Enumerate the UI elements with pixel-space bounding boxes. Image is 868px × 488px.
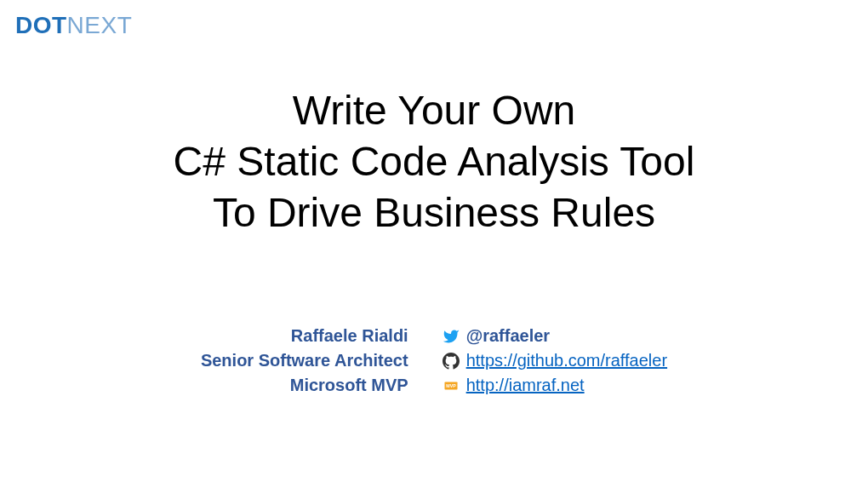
github-link[interactable]: https://github.com/raffaeler	[466, 348, 667, 373]
title-line-2: C# Static Code Analysis Tool	[0, 136, 868, 187]
logo: DOTNEXT	[15, 12, 132, 39]
credits-left: Raffaele Rialdi Senior Software Architec…	[201, 324, 408, 398]
website-link[interactable]: http://iamraf.net	[466, 373, 585, 398]
credits-block: Raffaele Rialdi Senior Software Architec…	[0, 324, 868, 398]
website-row: MVP http://iamraf.net	[443, 373, 667, 398]
title-line-3: To Drive Business Rules	[0, 187, 868, 238]
mvp-icon: MVP	[443, 377, 460, 394]
logo-next: NEXT	[67, 12, 133, 38]
twitter-icon	[443, 328, 460, 345]
github-icon	[443, 353, 460, 370]
slide-title: Write Your Own C# Static Code Analysis T…	[0, 85, 868, 238]
author-award: Microsoft MVP	[201, 373, 408, 398]
twitter-row: @raffaeler	[443, 324, 667, 348]
author-name: Raffaele Rialdi	[201, 324, 408, 348]
author-role: Senior Software Architect	[201, 348, 408, 373]
twitter-handle: @raffaeler	[466, 324, 550, 348]
github-row: https://github.com/raffaeler	[443, 348, 667, 373]
title-line-1: Write Your Own	[0, 85, 868, 136]
svg-text:MVP: MVP	[446, 383, 456, 388]
logo-dot: DOT	[15, 12, 67, 38]
credits-right: @raffaeler https://github.com/raffaeler …	[443, 324, 667, 398]
